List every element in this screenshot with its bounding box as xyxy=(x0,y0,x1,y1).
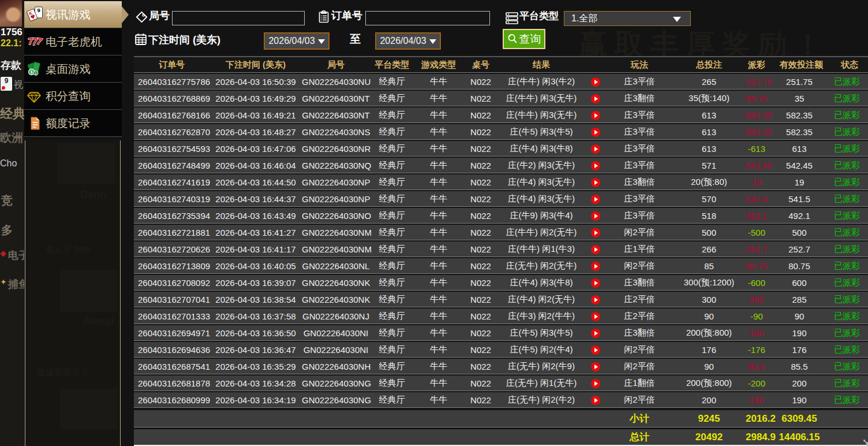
svg-text:$: $ xyxy=(31,70,33,75)
svg-text:9: 9 xyxy=(38,7,40,13)
svg-text:1: 1 xyxy=(35,72,36,75)
svg-text:7: 7 xyxy=(36,36,43,46)
